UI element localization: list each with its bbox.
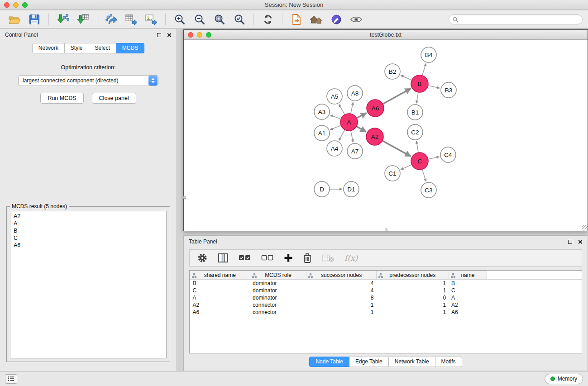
zoom-out-button[interactable]: [191, 12, 209, 27]
window-edge-handle[interactable]: [183, 196, 186, 199]
close-panel-icon[interactable]: [167, 33, 172, 38]
graph-node-C3[interactable]: C3: [421, 182, 436, 198]
graph-edge-C-C4[interactable]: [429, 157, 440, 159]
table-cell[interactable]: 1: [376, 280, 449, 287]
run-mcds-button[interactable]: Run MCDS: [40, 93, 83, 104]
import-table-button[interactable]: [74, 12, 92, 27]
graph-node-A6[interactable]: A6: [367, 100, 384, 117]
zoom-window-button[interactable]: [22, 2, 28, 8]
control-tab-mcds[interactable]: MCDS: [116, 43, 144, 53]
table-cell[interactable]: dominator: [250, 280, 306, 287]
table-cell[interactable]: 1: [376, 309, 449, 316]
criterion-dropdown[interactable]: largest connected component (directed): [18, 75, 158, 86]
table-cell[interactable]: dominator: [250, 287, 306, 294]
graph-node-B[interactable]: B: [411, 75, 428, 92]
control-tab-style[interactable]: Style: [65, 43, 89, 53]
graph-edge-B-B2[interactable]: [401, 75, 411, 80]
graph-node-A[interactable]: A: [340, 114, 358, 131]
graph-edge-A2-C[interactable]: [383, 141, 411, 157]
control-tab-select[interactable]: Select: [89, 43, 116, 53]
float-panel-icon[interactable]: [157, 33, 161, 37]
graph-node-D[interactable]: D: [314, 181, 330, 197]
mcds-result-item[interactable]: C: [14, 234, 163, 242]
graph-edge-A-A6[interactable]: [357, 113, 367, 118]
table-cell[interactable]: A6: [190, 309, 250, 316]
close-table-panel-icon[interactable]: [578, 239, 583, 244]
graph-node-A2[interactable]: A2: [366, 128, 383, 145]
export-image-button[interactable]: [142, 12, 160, 27]
function-builder-button[interactable]: f(x): [344, 253, 358, 262]
table-cell[interactable]: C: [449, 287, 487, 294]
close-network-button[interactable]: [188, 32, 193, 38]
float-table-panel-icon[interactable]: [568, 240, 572, 244]
graph-node-C[interactable]: C: [411, 152, 428, 170]
table-cell[interactable]: C: [190, 287, 250, 294]
table-cell[interactable]: A: [449, 294, 487, 301]
table-row[interactable]: Adominator80A: [190, 294, 582, 301]
save-session-button[interactable]: [25, 12, 43, 27]
column-header-name[interactable]: name: [449, 271, 487, 280]
graph-node-A4[interactable]: A4: [327, 141, 342, 156]
column-header-predecessor-nodes[interactable]: predecessor nodes: [376, 271, 449, 280]
control-tab-network[interactable]: Network: [32, 43, 65, 53]
mcds-result-item[interactable]: B: [14, 227, 163, 234]
mcds-result-item[interactable]: A: [14, 220, 163, 227]
delete-table-button[interactable]: [322, 250, 335, 266]
graph-edge-A-A8[interactable]: [351, 102, 353, 114]
graph-edge-B-B1[interactable]: [416, 93, 418, 103]
select-all-button[interactable]: [239, 250, 251, 266]
delete-column-button[interactable]: [303, 250, 312, 266]
welcome-screen-button[interactable]: [307, 12, 325, 27]
search-box[interactable]: [449, 14, 583, 24]
graph-node-B3[interactable]: B3: [441, 82, 456, 98]
graph-node-A7[interactable]: A7: [347, 143, 363, 159]
table-row[interactable]: A2connector11A2: [190, 301, 582, 309]
zoom-in-button[interactable]: [171, 12, 189, 27]
column-header-shared-name[interactable]: shared name: [190, 271, 250, 280]
table-cell[interactable]: connector: [250, 309, 306, 316]
table-cell[interactable]: 1: [376, 301, 449, 309]
toggle-visibility-button[interactable]: [347, 12, 365, 27]
graph-node-C4[interactable]: C4: [440, 147, 456, 162]
network-window[interactable]: testGlobe.txt B4B2BB3A5A8A6A3B1AC2A1A2A4…: [183, 29, 588, 231]
table-cell[interactable]: A2: [190, 301, 250, 309]
show-columns-button[interactable]: [218, 250, 229, 266]
table-cell[interactable]: 1: [306, 309, 377, 316]
graph-edge-A-A4[interactable]: [339, 130, 345, 141]
annotation-button[interactable]: [327, 12, 345, 27]
graph-edge-A-A3[interactable]: [330, 115, 341, 119]
mcds-result-item[interactable]: A2: [14, 213, 163, 220]
refresh-layout-button[interactable]: [259, 12, 277, 27]
export-table-button[interactable]: [122, 12, 140, 27]
import-network-button[interactable]: [54, 12, 72, 27]
table-tab-edge-table[interactable]: Edge Table: [349, 357, 389, 367]
graph-node-A8[interactable]: A8: [347, 86, 363, 101]
graph-node-A3[interactable]: A3: [314, 104, 330, 119]
table-cell[interactable]: 1: [306, 301, 377, 309]
close-panel-button[interactable]: Close panel: [92, 93, 136, 104]
mcds-result-item[interactable]: A6: [14, 242, 163, 249]
minimize-network-button[interactable]: [197, 32, 202, 38]
table-row[interactable]: A6connector11A6: [190, 309, 582, 316]
table-cell[interactable]: 4: [306, 280, 377, 287]
open-session-button[interactable]: [5, 12, 24, 27]
graph-node-C2[interactable]: C2: [407, 124, 423, 140]
graph-edge-A-A7[interactable]: [351, 131, 353, 143]
table-tab-network-table[interactable]: Network Table: [389, 357, 435, 367]
graph-edge-A6-B[interactable]: [383, 89, 411, 104]
network-canvas[interactable]: B4B2BB3A5A8A6A3B1AC2A1A2A4A7C4CC1C3DD1: [184, 40, 588, 231]
table-row[interactable]: Cdominator41C: [190, 287, 582, 294]
panel-menu-button[interactable]: [5, 374, 17, 384]
table-cell[interactable]: A2: [449, 301, 487, 309]
column-header-successor-nodes[interactable]: successor nodes: [306, 271, 377, 280]
table-cell[interactable]: dominator: [250, 294, 306, 301]
add-column-button[interactable]: [284, 250, 293, 266]
table-settings-button[interactable]: [197, 250, 208, 266]
graph-edge-A-A5[interactable]: [339, 104, 344, 114]
network-window-titlebar[interactable]: testGlobe.txt: [184, 30, 588, 40]
graph-node-A1[interactable]: A1: [314, 125, 330, 141]
close-window-button[interactable]: [4, 2, 10, 8]
table-cell[interactable]: connector: [250, 301, 306, 309]
table-tab-node-table[interactable]: Node Table: [309, 357, 349, 367]
node-table-container[interactable]: shared nameMCDS rolesuccessor nodesprede…: [189, 270, 582, 353]
